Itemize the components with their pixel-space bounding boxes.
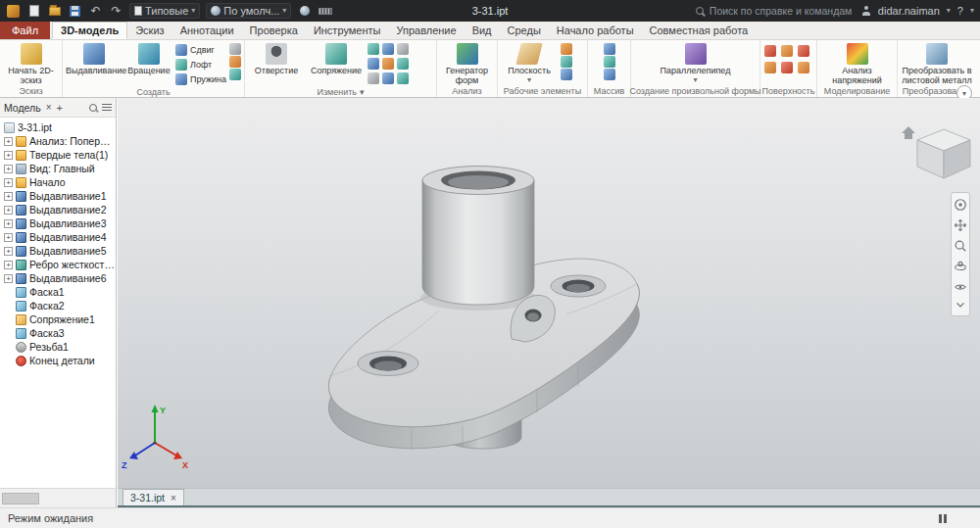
- add-tab-icon[interactable]: +: [57, 102, 63, 114]
- tree-item[interactable]: + Твердые тела(1): [0, 148, 116, 162]
- tab-inspect[interactable]: Проверка: [242, 22, 306, 39]
- loft-button[interactable]: Лофт: [175, 58, 226, 72]
- template-combo[interactable]: Типовые ▾: [129, 3, 200, 19]
- expand-icon[interactable]: +: [4, 233, 13, 242]
- trim-icon[interactable]: [798, 45, 809, 57]
- chamfer-icon[interactable]: [368, 43, 379, 55]
- tab-environments[interactable]: Среды: [500, 22, 549, 39]
- tab-manage[interactable]: Управление: [388, 22, 464, 39]
- hole-button[interactable]: Отверстие: [248, 42, 305, 76]
- browser-menu-icon[interactable]: [102, 104, 112, 112]
- document-tab[interactable]: 3-31.ipt ×: [122, 489, 184, 505]
- sweep-button[interactable]: Сдвиг: [175, 43, 226, 57]
- expand-icon[interactable]: +: [4, 165, 13, 173]
- circular-pattern-icon[interactable]: [604, 56, 615, 68]
- redo-icon[interactable]: ↷: [109, 4, 123, 19]
- tree-item-root[interactable]: 3-31.ipt: [0, 120, 116, 134]
- stress-analysis-button[interactable]: Анализ напряжений: [825, 42, 890, 86]
- user-name[interactable]: didar.naiman: [878, 5, 940, 17]
- browser-scrollbar[interactable]: [0, 488, 117, 507]
- tree-item[interactable]: + Ребро жесткости1: [0, 258, 116, 271]
- tab-collaborate[interactable]: Совместная работа: [642, 22, 757, 39]
- axis-icon[interactable]: [561, 43, 572, 55]
- home-icon[interactable]: [902, 126, 915, 139]
- mirror-icon[interactable]: [604, 69, 615, 80]
- tree-item[interactable]: Резьба1: [0, 340, 116, 354]
- tab-3d-model[interactable]: 3D-модель: [52, 22, 127, 39]
- tree-item[interactable]: + Выдавливание4: [0, 230, 116, 244]
- undo-icon[interactable]: ↶: [88, 4, 103, 19]
- scrollbar-thumb[interactable]: [2, 493, 39, 504]
- search-input[interactable]: [708, 4, 855, 18]
- close-icon[interactable]: ×: [46, 102, 52, 113]
- tab-file[interactable]: Файл: [0, 22, 50, 39]
- shell-icon[interactable]: [382, 43, 394, 55]
- delete-face-icon[interactable]: [382, 72, 394, 84]
- tree-item[interactable]: + Вид: Главный: [0, 162, 116, 175]
- move-bodies-icon[interactable]: [397, 72, 409, 84]
- derive-icon[interactable]: [229, 69, 241, 80]
- chevron-down-icon[interactable]: ▾: [947, 7, 951, 15]
- expand-icon[interactable]: +: [4, 219, 13, 228]
- thicken-icon[interactable]: [368, 72, 379, 84]
- chevron-down-icon[interactable]: ▾: [970, 7, 974, 15]
- tree-item[interactable]: Сопряжение1: [0, 312, 116, 326]
- measure-icon[interactable]: [318, 4, 332, 19]
- expand-icon[interactable]: +: [4, 192, 13, 201]
- expand-icon[interactable]: +: [4, 151, 13, 160]
- new-file-icon[interactable]: [26, 4, 41, 19]
- freeform-box-button[interactable]: Параллелепипед ▾: [660, 42, 732, 84]
- tree-item[interactable]: + Анализ: Поперечное сеч...: [0, 134, 116, 148]
- help-button[interactable]: ?: [957, 5, 963, 17]
- expand-icon[interactable]: +: [4, 137, 13, 146]
- ucs-icon[interactable]: [561, 69, 572, 80]
- orbit-icon[interactable]: [954, 260, 967, 273]
- sculpt-icon[interactable]: [781, 62, 793, 73]
- convert-sheet-metal-button[interactable]: Преобразовать в листовой металл: [901, 42, 973, 86]
- shape-generator-button[interactable]: Генератор форм: [440, 42, 494, 86]
- expand-icon[interactable]: +: [4, 206, 13, 215]
- tree-item[interactable]: + Выдавливание3: [0, 216, 116, 230]
- navigation-wheel-icon[interactable]: [954, 198, 967, 212]
- tab-view[interactable]: Вид: [465, 22, 500, 39]
- plane-button[interactable]: Плоскость ▾: [501, 42, 558, 84]
- expand-icon[interactable]: +: [4, 178, 13, 187]
- tree-item-end-of-part[interactable]: Конец детали: [0, 354, 116, 367]
- stitch-icon[interactable]: [764, 45, 776, 57]
- tree-item[interactable]: + Начало: [0, 175, 116, 189]
- browser-search-icon[interactable]: [89, 104, 97, 112]
- tree-item[interactable]: Фаска2: [0, 299, 116, 312]
- resize-grip[interactable]: [939, 514, 947, 523]
- fillet-button[interactable]: Сопряжение: [308, 42, 365, 76]
- tree-item[interactable]: + Выдавливание1: [0, 189, 116, 203]
- part-model[interactable]: [328, 167, 639, 451]
- look-at-icon[interactable]: [954, 280, 967, 294]
- emboss-icon[interactable]: [229, 43, 241, 55]
- coil-button[interactable]: Пружина: [175, 72, 226, 86]
- replace-face-icon[interactable]: [798, 62, 809, 73]
- split-icon[interactable]: [382, 58, 394, 70]
- tab-get-started[interactable]: Начало работы: [549, 22, 642, 39]
- app-logo-icon[interactable]: [6, 4, 21, 19]
- pan-icon[interactable]: [954, 218, 967, 232]
- patch-icon[interactable]: [781, 45, 793, 57]
- view-cube[interactable]: [902, 126, 970, 178]
- revolve-button[interactable]: Вращение: [125, 42, 172, 76]
- browser-tab-label[interactable]: Модель: [4, 102, 41, 114]
- save-icon[interactable]: [68, 4, 82, 19]
- chevron-down-icon[interactable]: [954, 301, 967, 311]
- rectangular-pattern-icon[interactable]: [604, 43, 615, 55]
- tree-item[interactable]: + Выдавливание2: [0, 203, 116, 216]
- material-icon[interactable]: [297, 4, 312, 19]
- help-search[interactable]: [696, 4, 855, 18]
- tree-item[interactable]: + Выдавливание5: [0, 244, 116, 258]
- tree-item[interactable]: Фаска1: [0, 285, 116, 299]
- point-icon[interactable]: [561, 56, 572, 68]
- draft-icon[interactable]: [397, 43, 409, 55]
- thread-icon[interactable]: [368, 58, 379, 70]
- tree-item[interactable]: + Выдавливание6: [0, 271, 116, 285]
- expand-icon[interactable]: +: [4, 261, 13, 269]
- close-icon[interactable]: ×: [171, 493, 176, 504]
- tab-annotations[interactable]: Аннотации: [172, 22, 242, 39]
- tab-tools[interactable]: Инструменты: [306, 22, 389, 39]
